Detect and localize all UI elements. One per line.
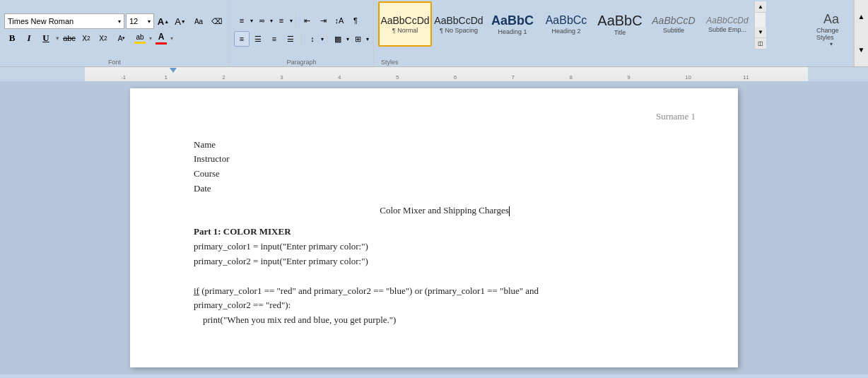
style-no-spacing-preview: AaBbCcDd <box>434 16 483 25</box>
style-title-preview: AaBbC <box>597 13 642 28</box>
style-normal-preview: AaBbCcDd <box>380 16 429 25</box>
styles-scroll-up[interactable]: ▲ <box>755 1 766 13</box>
style-heading1-preview: AaBbC <box>491 14 534 27</box>
styles-scroll-more[interactable]: ◫ <box>755 38 766 49</box>
line-spacing-arrow[interactable]: ▾ <box>321 36 324 42</box>
line-spacing-button[interactable]: ↕ <box>305 31 320 47</box>
ribbon-scroll-down[interactable]: ▼ <box>855 33 868 66</box>
font-color-bar <box>156 42 167 45</box>
bullets-button[interactable]: ≡ <box>234 13 250 28</box>
change-styles-arrow: ▾ <box>830 41 833 47</box>
if-keyword: if <box>194 285 199 296</box>
bullets-arrow[interactable]: ▾ <box>250 18 253 24</box>
subscript-button[interactable]: X2 <box>78 30 94 46</box>
multilevel-arrow[interactable]: ▾ <box>290 18 293 24</box>
styles-section: AaBbCcDd ¶ Normal AaBbCcDd ¶ No Spacing … <box>374 0 854 66</box>
styles-items: AaBbCcDd ¶ Normal AaBbCcDd ¶ No Spacing … <box>378 1 754 49</box>
ribbon: Times New Roman ▾ 12 ▾ A▲ A▼ Aa ⌫ B I U <box>0 0 868 67</box>
style-title[interactable]: AaBbC Title <box>593 1 647 47</box>
document-content[interactable]: Name Instructor Course Date Color Mixer … <box>194 138 696 329</box>
styles-scrollbar: ▲ ▼ ◫ <box>754 1 766 49</box>
align-right-button[interactable]: ≡ <box>266 31 282 47</box>
style-subtle-emp[interactable]: AaBbCcDd Subtle Emp... <box>700 1 754 47</box>
decrease-indent-button[interactable]: ⇤ <box>299 13 315 28</box>
font-section-label: Font <box>4 58 225 66</box>
borders-arrow[interactable]: ▾ <box>366 36 369 42</box>
document-page[interactable]: Surname 1 Name Instructor Course Date Co… <box>130 88 738 367</box>
highlight-arrow[interactable]: ▾ <box>149 35 152 42</box>
justify-button[interactable]: ☰ <box>283 31 298 47</box>
style-subtitle[interactable]: AaBbCcD Subtitle <box>647 1 700 47</box>
ruler-label-1: -1 <box>121 74 126 81</box>
show-hide-button[interactable]: ¶ <box>348 13 363 28</box>
style-heading2-name: Heading 2 <box>551 28 580 35</box>
font-color-arrow[interactable]: ▾ <box>170 35 173 42</box>
text-cursor <box>509 206 510 216</box>
style-normal[interactable]: AaBbCcDd ¶ Normal <box>378 1 432 47</box>
ruler-indent-top[interactable] <box>170 68 177 73</box>
shading-button[interactable]: ▩ <box>330 31 346 47</box>
clear-format-button[interactable]: ⌫ <box>209 13 225 29</box>
para-separator3 <box>327 30 327 47</box>
style-subtitle-name: Subtitle <box>663 27 684 34</box>
style-title-name: Title <box>614 29 626 36</box>
numbering-arrow[interactable]: ▾ <box>270 18 273 24</box>
increase-font-button[interactable]: A▲ <box>156 13 171 29</box>
ruler-label-2: 2 <box>222 74 225 81</box>
style-heading1[interactable]: AaBbC Heading 1 <box>486 1 539 47</box>
font-family-arrow: ▾ <box>118 18 121 25</box>
underline-arrow[interactable]: ▾ <box>56 35 59 42</box>
italic-button[interactable]: I <box>21 30 37 46</box>
font-family-selector[interactable]: Times New Roman ▾ <box>4 13 124 29</box>
para-separator1 <box>295 12 296 29</box>
change-styles-icon: Aa <box>823 12 839 27</box>
paragraph-section-body: ≡ ▾ ≂ ▾ ≡ ▾ ⇤ ⇥ ↕A ¶ ≡ ☰ ≡ ☰ <box>234 1 369 58</box>
text-effects-button[interactable]: A▾ <box>112 30 131 46</box>
bold-button[interactable]: B <box>4 30 20 46</box>
superscript-button[interactable]: X2 <box>95 30 111 46</box>
doc-line-date: Date <box>194 182 696 196</box>
doc-line-course: Course <box>194 167 696 182</box>
styles-panel: AaBbCcDd ¶ Normal AaBbCcDd ¶ No Spacing … <box>378 1 814 49</box>
page-header: Surname 1 <box>194 110 696 124</box>
doc-title: Color Mixer and Shipping Charges <box>194 203 696 218</box>
para-separator2 <box>301 30 302 47</box>
font-color-button[interactable]: A <box>153 30 169 46</box>
doc-line-name: Name <box>194 138 696 153</box>
underline-button[interactable]: U <box>38 30 54 46</box>
style-normal-name: ¶ Normal <box>392 27 418 34</box>
style-heading1-name: Heading 1 <box>498 28 527 35</box>
numbering-button[interactable]: ≂ <box>254 13 269 28</box>
style-heading2[interactable]: AaBbCc Heading 2 <box>539 1 593 47</box>
ruler-label-3: 3 <box>280 74 283 81</box>
strikethrough-button[interactable]: abc <box>61 30 77 46</box>
borders-button[interactable]: ⊞ <box>350 31 365 47</box>
ruler-marks-container: -1 1 2 3 4 5 6 7 8 9 10 11 <box>85 67 808 81</box>
doc-part-heading: Part 1: COLOR MIXER <box>194 225 696 240</box>
styles-section-body: AaBbCcDd ¶ Normal AaBbCcDd ¶ No Spacing … <box>378 1 849 58</box>
align-left-button[interactable]: ≡ <box>234 31 250 47</box>
shading-arrow[interactable]: ▾ <box>346 36 349 42</box>
styles-section-label: Styles <box>378 58 849 66</box>
font-size-selector[interactable]: 12 ▾ <box>126 13 154 29</box>
doc-if-line2: primary_color2 == "red"): <box>194 298 696 313</box>
highlight-color-bar <box>134 42 146 44</box>
doc-print-line: print("When you mix red and blue, you ge… <box>194 313 696 328</box>
style-no-spacing-name: ¶ No Spacing <box>440 27 478 34</box>
ruler-label-9: 9 <box>627 74 630 81</box>
change-styles-button[interactable]: Aa Change Styles ▾ <box>814 1 849 58</box>
style-no-spacing[interactable]: AaBbCcDd ¶ No Spacing <box>432 1 486 47</box>
styles-scroll-down[interactable]: ▼ <box>755 27 766 38</box>
doc-code-line1: primary_color1 = input("Enter primary co… <box>194 240 696 254</box>
change-case-button[interactable]: Aa <box>189 13 208 29</box>
sort-button[interactable]: ↕A <box>332 13 347 28</box>
document-area: Surname 1 Name Instructor Course Date Co… <box>0 81 868 374</box>
doc-line-instructor: Instructor <box>194 152 696 167</box>
align-center-button[interactable]: ☰ <box>250 31 266 47</box>
increase-indent-button[interactable]: ⇥ <box>315 13 331 28</box>
highlight-button[interactable]: ab <box>132 30 148 46</box>
decrease-font-button[interactable]: A▼ <box>172 13 188 29</box>
multilevel-list-button[interactable]: ≡ <box>274 13 289 28</box>
ribbon-scroll-up[interactable]: ▲ <box>855 0 868 33</box>
font-size-value: 12 <box>129 17 138 25</box>
